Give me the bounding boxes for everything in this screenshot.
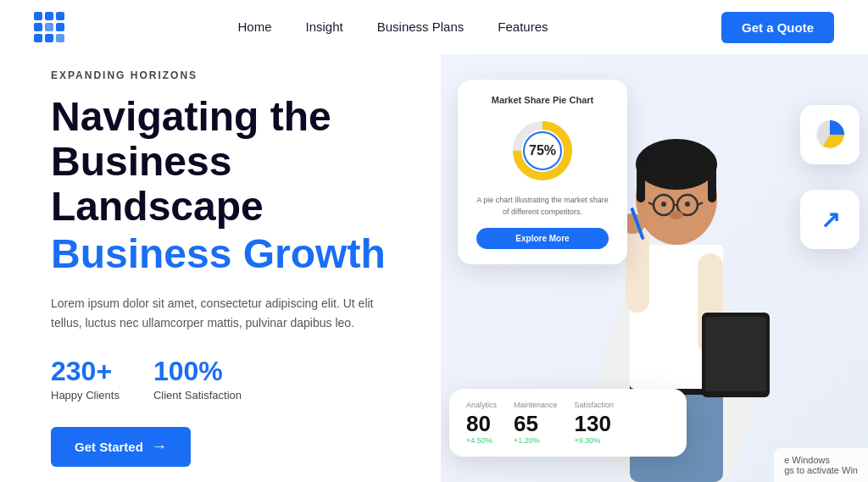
svg-point-21 xyxy=(661,202,666,207)
analytics-label-0: Analytics xyxy=(466,401,497,409)
market-card-desc: A pie chart illustrating the market shar… xyxy=(476,195,609,218)
nav-home[interactable]: Home xyxy=(238,19,272,34)
analytics-label-1: Maintenance xyxy=(514,401,558,409)
nav-links: Home Insight Business Plans Features xyxy=(238,19,548,35)
hero-left: EXPANDING HORIZONS Navigating the Busine… xyxy=(0,54,441,482)
explore-more-button[interactable]: Explore More xyxy=(476,228,609,249)
nav-insight[interactable]: Insight xyxy=(306,19,343,34)
analytics-change-1: +1.20% xyxy=(514,436,540,445)
donut-percentage: 75% xyxy=(529,143,556,158)
pie-icon-card xyxy=(800,105,860,164)
hero-description: Lorem ipsum dolor sit amet, consectetur … xyxy=(51,294,390,332)
nav-business-plans[interactable]: Business Plans xyxy=(377,19,465,34)
stat-client-satisfaction: 100% Client Satisfaction xyxy=(153,356,242,402)
stat-label-satisfaction: Client Satisfaction xyxy=(153,389,242,402)
stat-number-clients: 230+ xyxy=(51,356,120,387)
trend-arrow-card: ↗ xyxy=(800,190,860,249)
analytics-num-2: 130 xyxy=(575,413,611,435)
analytics-col-1: Maintenance 65 +1.20% xyxy=(514,401,558,445)
stat-label-clients: Happy Clients xyxy=(51,389,120,402)
market-share-card: Market Share Pie Chart 75% A pie chart i… xyxy=(458,80,627,264)
hero-subtitle: Business Growth xyxy=(51,232,407,277)
analytics-label-2: Satisfaction xyxy=(575,401,615,409)
hero-right: Market Share Pie Chart 75% A pie chart i… xyxy=(441,54,868,482)
svg-rect-11 xyxy=(705,317,766,391)
nav-features[interactable]: Features xyxy=(498,19,548,34)
svg-point-5 xyxy=(636,139,717,190)
svg-rect-12 xyxy=(626,228,649,313)
stat-happy-clients: 230+ Happy Clients xyxy=(51,356,120,402)
analytics-num-0: 80 xyxy=(466,413,491,435)
analytics-change-2: +9.30% xyxy=(575,436,601,445)
navbar: Home Insight Business Plans Features Get… xyxy=(0,0,868,54)
trend-arrow-icon: ↗ xyxy=(821,206,840,234)
arrow-icon: → xyxy=(152,438,167,456)
analytics-col-2: Satisfaction 130 +9.30% xyxy=(575,401,615,445)
svg-rect-7 xyxy=(708,160,716,202)
analytics-num-1: 65 xyxy=(514,413,538,435)
stat-number-satisfaction: 100% xyxy=(153,356,242,387)
logo xyxy=(34,12,64,42)
windows-watermark: e Windows gs to activate Win xyxy=(774,448,868,482)
stats-row: 230+ Happy Clients 100% Client Satisfact… xyxy=(51,356,407,402)
market-card-title: Market Share Pie Chart xyxy=(476,95,609,105)
svg-point-22 xyxy=(685,202,690,207)
eyebrow-text: EXPANDING HORIZONS xyxy=(51,69,407,81)
analytics-change-0: +4.50% xyxy=(466,436,492,445)
analytics-col-0: Analytics 80 +4.50% xyxy=(466,401,497,445)
get-quote-button[interactable]: Get a Quote xyxy=(721,12,834,43)
analytics-card: Analytics 80 +4.50% Maintenance 65 +1.20… xyxy=(449,389,687,457)
donut-chart: 75% xyxy=(476,117,609,185)
hero-section: EXPANDING HORIZONS Navigating the Busine… xyxy=(0,54,868,482)
pie-chart-icon xyxy=(814,118,846,152)
svg-rect-6 xyxy=(637,160,645,202)
get-started-button[interactable]: Get Started → xyxy=(51,427,191,467)
hero-title: Navigating the Business Landscape xyxy=(51,95,407,229)
svg-point-20 xyxy=(670,211,683,219)
